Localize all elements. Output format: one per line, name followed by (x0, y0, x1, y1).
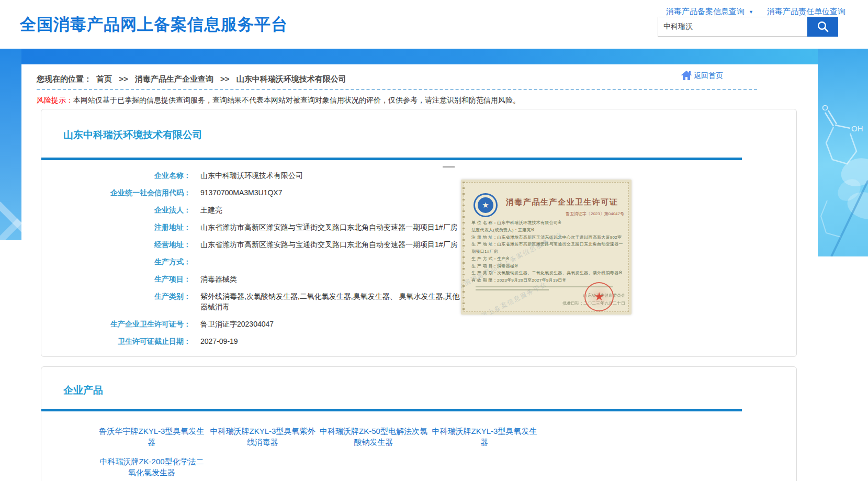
breadcrumb: 您现在的位置：首页 >> 消毒产品生产企业查询 >> 山东中科瑞沃环境技术有限公… (37, 74, 351, 84)
svg-text:O: O (822, 103, 828, 112)
certificate-red-seal: ★ (584, 282, 614, 311)
field-value: 消毒器械类 (200, 274, 237, 284)
field-row: 生产项目： 消毒器械类 (41, 274, 465, 284)
company-name-title: 山东中科瑞沃环境技术有限公司 (63, 128, 202, 142)
certificate-fields: 单 位 名 称：山东中科瑞沃环境技术有限公司※ 法定代表人(或负责人)：王建亮※… (471, 219, 627, 290)
top-nav: 消毒产品备案信息查询 ▼ 消毒产品责任单位查询 (666, 7, 846, 17)
field-label: 生产方式： (41, 256, 191, 267)
site-title: 全国消毒产品网上备案信息服务平台 (20, 14, 288, 36)
breadcrumb-prefix: 您现在的位置： (37, 74, 92, 83)
return-home-label: 返回首页 (694, 71, 723, 81)
breadcrumb-separator: >> (220, 74, 230, 83)
risk-notice: 风险提示：本网站仅基于已掌握的信息提供查询服务，查询结果不代表本网站对被查询对象… (37, 96, 520, 105)
dashed-divider (37, 89, 757, 90)
search-button[interactable] (807, 17, 838, 37)
field-value: 王建亮 (200, 205, 222, 215)
product-link[interactable]: 中科瑞沃牌ZKYL-3型臭氧发生器 (429, 426, 540, 448)
certificate-binding-holes (463, 182, 465, 312)
breadcrumb-home[interactable]: 首页 (96, 74, 112, 83)
field-row: 企业法人： 王建亮 (41, 205, 465, 215)
field-label: 企业法人： (41, 205, 191, 215)
image-artifact-dash (443, 166, 455, 167)
products-card: 企业产品 鲁沃华宇牌ZKYL-3型臭氧发生器 中科瑞沃牌ZKYL-3型臭氧紫外线… (41, 366, 797, 481)
main-content: 您现在的位置：首页 >> 消毒产品生产企业查询 >> 山东中科瑞沃环境技术有限公… (21, 64, 818, 481)
certificate-number: 鲁卫消证字〔2023〕第04047号 (566, 211, 624, 217)
svg-text:OH: OH (851, 124, 863, 133)
field-row: 生产方式： (41, 256, 465, 267)
return-home-link[interactable]: 返回首页 (680, 70, 723, 81)
product-link[interactable]: 鲁沃华宇牌ZKYL-3型臭氧发生器 (96, 426, 207, 448)
field-value: 山东中科瑞沃环境技术有限公司 (200, 170, 303, 181)
field-value: 紫外线消毒器,次氯酸钠发生器,二氧化氯发生器,臭氧发生器、 臭氧水发生器,其他器… (200, 291, 462, 312)
nav-record-info-query[interactable]: 消毒产品备案信息查询 (666, 7, 745, 17)
risk-notice-label: 风险提示： (37, 96, 73, 104)
field-value: 2027-09-19 (200, 336, 238, 346)
card-title-rule (41, 158, 742, 160)
home-icon (680, 70, 694, 81)
certificate-title: 消毒产品生产企业卫生许可证 (506, 197, 618, 207)
breadcrumb-separator: >> (119, 74, 128, 83)
background-left-decor (0, 49, 21, 240)
blue-banner (0, 49, 868, 64)
breadcrumb-current: 山东中科瑞沃环境技术有限公司 (236, 74, 346, 83)
hygiene-license-certificate-image: 全国消毒产品网上备案信息服务平台 全国消毒产品网上备案信息服务平台 ★ 消毒产品… (461, 180, 632, 315)
certificate-emblem-icon: ★ (474, 193, 498, 217)
field-label: 生产企业卫生许可证号： (41, 319, 191, 329)
search-bar (658, 17, 838, 37)
field-row: 经营地址： 山东省潍坊市高新区潍安路与宝通街交叉路口东北角自动变速器一期项目1#… (41, 239, 465, 250)
product-link[interactable]: 中科瑞沃牌ZKYL-3型臭氧紫外线消毒器 (207, 426, 318, 448)
company-fields: 企业名称： 山东中科瑞沃环境技术有限公司 企业统一社会信用代码： 9137070… (41, 170, 465, 353)
product-list: 鲁沃华宇牌ZKYL-3型臭氧发生器 中科瑞沃牌ZKYL-3型臭氧紫外线消毒器 中… (96, 426, 540, 478)
field-label: 生产项目： (41, 274, 191, 284)
field-label: 生产类别： (41, 291, 191, 312)
product-link[interactable]: 中科瑞沃牌ZK-50型电解法次氯酸钠发生器 (318, 426, 429, 448)
field-value: 鲁卫消证字202304047 (200, 319, 274, 329)
breadcrumb-enterprise-query[interactable]: 消毒产品生产企业查询 (135, 74, 213, 83)
company-info-card: 山东中科瑞沃环境技术有限公司 企业名称： 山东中科瑞沃环境技术有限公司 企业统一… (41, 109, 797, 357)
search-input[interactable] (658, 17, 807, 37)
field-row: 企业统一社会信用代码： 91370700MA3M3U1QX7 (41, 187, 465, 198)
background-right-decor: O OH (818, 49, 868, 256)
nav-responsible-unit-query[interactable]: 消毒产品责任单位查询 (767, 7, 846, 17)
field-row: 企业名称： 山东中科瑞沃环境技术有限公司 (41, 170, 465, 181)
field-row: 生产类别： 紫外线消毒器,次氯酸钠发生器,二氧化氯发生器,臭氧发生器、 臭氧水发… (41, 291, 465, 312)
field-value: 山东省潍坊市高新区潍安路与宝通街交叉路口东北角自动变速器一期项目1#厂房 (200, 222, 458, 232)
field-label: 卫生许可证截止日期： (41, 336, 191, 346)
product-link[interactable]: 中科瑞沃牌ZK-200型化学法二氧化氯发生器 (96, 456, 207, 478)
chevron-down-icon[interactable]: ▼ (749, 9, 753, 15)
field-row: 生产企业卫生许可证号： 鲁卫消证字202304047 (41, 319, 465, 329)
page: 全国消毒产品网上备案信息服务平台 消毒产品备案信息查询 ▼ 消毒产品责任单位查询 (0, 0, 868, 481)
site-header: 全国消毒产品网上备案信息服务平台 消毒产品备案信息查询 ▼ 消毒产品责任单位查询 (0, 0, 868, 49)
field-value: 91370700MA3M3U1QX7 (200, 187, 282, 198)
field-label: 注册地址： (41, 222, 191, 232)
search-icon (816, 20, 830, 33)
field-row: 卫生许可证截止日期： 2027-09-19 (41, 336, 465, 346)
card-title-rule (41, 409, 742, 411)
products-card-title: 企业产品 (63, 384, 103, 397)
field-label: 企业名称： (41, 170, 191, 181)
chemistry-decor-graphic: O OH (818, 49, 868, 256)
risk-notice-text: 本网站仅基于已掌握的信息提供查询服务，查询结果不代表本网站对被查询对象信用状况的… (73, 96, 520, 104)
field-label: 经营地址： (41, 239, 191, 250)
field-row: 注册地址： 山东省潍坊市高新区潍安路与宝通街交叉路口东北角自动变速器一期项目1#… (41, 222, 465, 232)
field-label: 企业统一社会信用代码： (41, 187, 191, 198)
field-value: 山东省潍坊市高新区潍安路与宝通街交叉路口东北角自动变速器一期项目1#厂房 (200, 239, 458, 250)
